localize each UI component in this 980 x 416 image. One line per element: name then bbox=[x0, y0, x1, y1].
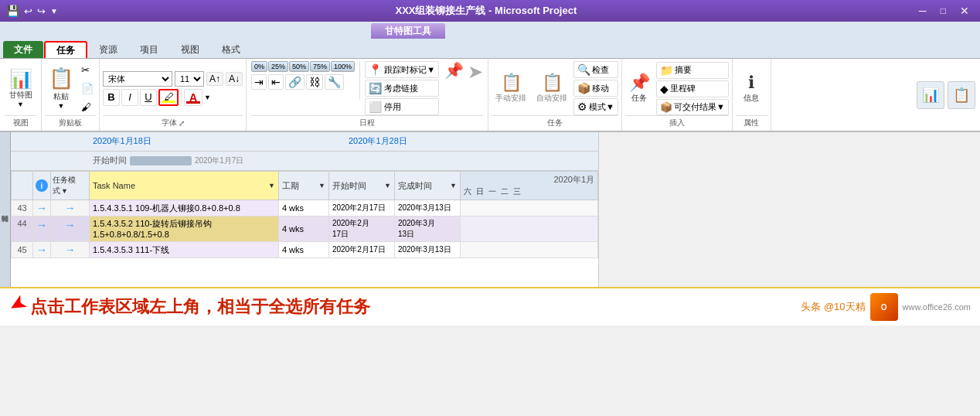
tab-project[interactable]: 项目 bbox=[129, 41, 169, 58]
ribbon-group-properties: ℹ 信息 属性 bbox=[733, 59, 771, 131]
gantt-main: 时间轴 2020年1月18日 2020年1月28日 开始时间 2020年1月7日 bbox=[0, 132, 980, 287]
zoom-100-btn[interactable]: 100% bbox=[331, 61, 355, 72]
window-restore[interactable]: □ bbox=[936, 5, 951, 16]
stop-btn[interactable]: ⬜ 停用 bbox=[365, 98, 439, 115]
tab-view[interactable]: 视图 bbox=[170, 41, 210, 58]
constraint-btn[interactable]: 🔧 bbox=[325, 74, 344, 90]
window-minimize[interactable]: ─ bbox=[914, 5, 931, 17]
gantt-day-labels: 六日一二三 bbox=[464, 186, 594, 197]
paste-dropdown[interactable]: ▼ bbox=[58, 102, 65, 110]
gantt-icon: 📊 bbox=[9, 68, 32, 90]
col-taskname[interactable]: Task Name▼ bbox=[90, 172, 279, 200]
quick-access-save[interactable]: 💾 bbox=[6, 5, 19, 17]
ribbon-group-font: 宋体 11 A↑ A↓ B I U 🖊 A ▼ 字体 ⤢ bbox=[100, 59, 247, 131]
font-color-dropdown[interactable]: ▼ bbox=[204, 94, 211, 101]
quick-access-dropdown[interactable]: ▼ bbox=[50, 7, 58, 15]
col-finish[interactable]: 完成时间▼ bbox=[394, 172, 460, 200]
consider-link-btn[interactable]: 🔄 考虑链接 bbox=[365, 80, 439, 97]
indent-btn[interactable]: ⇥ bbox=[251, 74, 267, 90]
task-insert-btn[interactable]: 📌 任务 bbox=[625, 70, 654, 106]
task-link-btn[interactable]: 🔗 bbox=[285, 74, 305, 90]
underline-btn[interactable]: U bbox=[140, 89, 157, 106]
tab-task[interactable]: 任务 bbox=[44, 41, 87, 58]
quick-access-undo[interactable]: ↩ bbox=[24, 5, 32, 17]
tracking-mark-btn[interactable]: 📍 跟踪时标记▼ bbox=[365, 61, 439, 78]
zoom-75-btn[interactable]: 75% bbox=[310, 61, 330, 72]
row-taskname-43[interactable]: 1.5.4.3.5.1 109-机器人铆接0.8+0.8+0.8 bbox=[90, 200, 279, 217]
zoom-50-btn[interactable]: 50% bbox=[289, 61, 309, 72]
ribbon-group-task: 📋 手动安排 📋 自动安排 🔍检查 📦移动 ⚙模式▼ 任务 bbox=[488, 59, 622, 131]
mode-btn[interactable]: ⚙模式▼ bbox=[573, 98, 618, 115]
col-duration[interactable]: 工期▼ bbox=[278, 172, 328, 200]
right-arrow-icon: ➤ bbox=[468, 61, 483, 83]
window-close[interactable]: ✕ bbox=[955, 5, 974, 17]
paste-btn[interactable]: 📋 粘贴 ▼ bbox=[45, 64, 77, 111]
office-logo: O bbox=[870, 293, 898, 321]
task-table: i 任务模 式▼ Task Name▼ bbox=[11, 171, 598, 258]
table-header-row: i 任务模 式▼ Task Name▼ bbox=[12, 172, 598, 200]
row-start-43: 2020年2月17日 bbox=[328, 200, 394, 217]
check-btn[interactable]: 🔍检查 bbox=[573, 61, 618, 78]
tab-resource[interactable]: 资源 bbox=[88, 41, 128, 58]
credit-area: 头条 @10天精 O www.office26.com bbox=[801, 293, 971, 321]
font-size-select[interactable]: 11 bbox=[175, 71, 204, 87]
date-1: 2020年1月18日 bbox=[93, 135, 342, 147]
font-size-increase-btn[interactable]: A↑ bbox=[206, 72, 223, 86]
row-taskname-45[interactable]: 1.5.4.3.5.3 111-下线 bbox=[90, 242, 279, 258]
format-painter-btn[interactable]: 🖌 bbox=[79, 98, 96, 115]
copy-btn[interactable]: 📄 bbox=[79, 80, 96, 97]
col-start[interactable]: 开始时间▼ bbox=[328, 172, 394, 200]
unlink-btn[interactable]: ⛓ bbox=[306, 74, 323, 90]
tab-format[interactable]: 格式 bbox=[211, 41, 251, 58]
start-time-label: 开始时间 bbox=[93, 155, 127, 166]
milestone-btn[interactable]: ◆里程碑 bbox=[656, 80, 729, 97]
zoom-0-btn[interactable]: 0% bbox=[251, 61, 267, 72]
deliverable-btn[interactable]: 📦可交付结果▼ bbox=[656, 99, 729, 115]
zoom-25-btn[interactable]: 25% bbox=[268, 61, 288, 72]
clipboard-group-label: 剪贴板 bbox=[45, 115, 96, 128]
font-color-btn[interactable]: A bbox=[184, 89, 202, 106]
move-btn[interactable]: 📦移动 bbox=[573, 80, 618, 97]
outdent-btn[interactable]: ⇤ bbox=[268, 74, 284, 90]
font-group-label: 字体 ⤢ bbox=[103, 115, 243, 128]
info-btn[interactable]: ℹ 信息 bbox=[740, 70, 763, 106]
site-text: www.office26.com bbox=[903, 302, 971, 312]
font-family-select[interactable]: 宋体 bbox=[103, 71, 172, 87]
row-taskname-44[interactable]: 1.5.4.3.5.2 110-旋转后铆接吊钩 1.5+0.8+0.8/1.5+… bbox=[90, 217, 279, 242]
annotation-text: 点击工作表区域左上角，相当于全选所有任务 bbox=[30, 295, 801, 319]
col-num bbox=[12, 172, 33, 200]
extra-btn-2[interactable]: 📋 bbox=[948, 81, 975, 109]
col-mode[interactable]: 任务模 式▼ bbox=[51, 172, 90, 200]
row-duration-44: 4 wks bbox=[278, 217, 328, 242]
font-expand-icon[interactable]: ⤢ bbox=[179, 119, 185, 128]
ribbon-group-insert: 📌 任务 📁摘要 ◆里程碑 📦可交付结果▼ 插入 bbox=[622, 59, 733, 131]
table-row: 44 → → 1.5.4.3.5.2 110-旋转后铆接吊钩 1.5+0.8+0… bbox=[12, 217, 598, 242]
start-date: 2020年1月7日 bbox=[195, 155, 243, 166]
highlight-color-btn[interactable]: 🖊 bbox=[158, 89, 179, 106]
cut-btn[interactable]: ✂ bbox=[79, 61, 96, 78]
gantt-view-btn[interactable]: 📊 甘特图 ▼ bbox=[5, 66, 36, 111]
summary-btn[interactable]: 📁摘要 bbox=[656, 62, 729, 79]
tab-file[interactable]: 文件 bbox=[3, 41, 43, 58]
table-row: 43 → → 1.5.4.3.5.1 109-机器人铆接0.8+0.8+0.8 … bbox=[12, 200, 598, 217]
row-icon-44: → bbox=[33, 217, 51, 242]
tab-gantt-tool[interactable]: 甘特图工具 bbox=[371, 23, 445, 39]
red-arrow-icon: ➤ bbox=[4, 288, 32, 319]
auto-arrange-btn[interactable]: 📋 自动安排 bbox=[533, 70, 571, 106]
extra-btn-1[interactable]: 📊 bbox=[917, 81, 944, 109]
gantt-scroll-area[interactable] bbox=[598, 132, 980, 287]
row-finish-45: 2020年3月13日 bbox=[394, 242, 460, 258]
row-icon-45: → bbox=[33, 242, 51, 258]
bold-btn[interactable]: B bbox=[103, 89, 120, 106]
font-size-decrease-btn[interactable]: A↓ bbox=[226, 72, 243, 86]
date-2: 2020年1月28日 bbox=[349, 135, 598, 147]
schedule-group-label: 日程 bbox=[251, 115, 483, 128]
credit-text: 头条 @10天精 bbox=[801, 300, 865, 314]
row-mode-45: → bbox=[51, 242, 90, 258]
gantt-dropdown-icon[interactable]: ▼ bbox=[17, 101, 24, 108]
quick-access-redo[interactable]: ↪ bbox=[37, 5, 46, 17]
manual-arrange-btn[interactable]: 📋 手动安排 bbox=[492, 70, 530, 106]
row-finish-44: 2020年3月 13日 bbox=[394, 217, 460, 242]
italic-btn[interactable]: I bbox=[121, 89, 138, 106]
title-bar-text: XXX组装铆接生产线 - Microsoft Project bbox=[63, 4, 910, 18]
